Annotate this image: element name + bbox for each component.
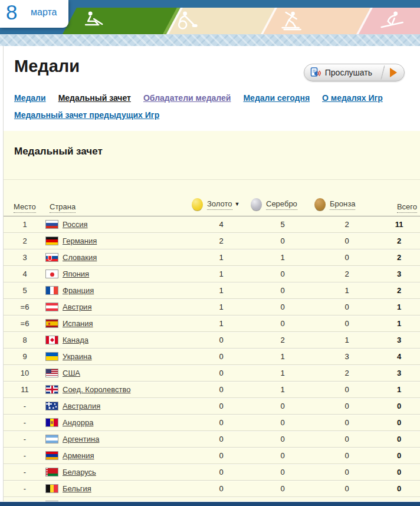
flag-cell xyxy=(41,352,58,361)
country-cell: Германия xyxy=(58,236,192,245)
gold-count: 0 xyxy=(192,435,251,443)
gold-count: 1 xyxy=(192,270,251,278)
flag-cell xyxy=(41,484,58,493)
country-flag-icon xyxy=(45,385,58,394)
gold-count: 0 xyxy=(192,336,251,344)
date-month: марта xyxy=(31,7,57,18)
country-link[interactable]: Армения xyxy=(63,451,94,460)
gold-count: 0 xyxy=(192,484,251,493)
flag-cell xyxy=(41,451,58,460)
table-row: =6Австрия1001 xyxy=(3,299,420,316)
button-divider xyxy=(375,65,385,80)
date-box: 8 марта xyxy=(0,0,68,28)
place-cell: - xyxy=(3,468,41,477)
nav-medals[interactable]: Медали xyxy=(14,93,46,103)
country-cell: Австрия xyxy=(58,303,192,311)
country-flag-icon xyxy=(45,270,58,278)
gold-count: 0 xyxy=(192,352,251,361)
country-cell: Украина xyxy=(58,352,192,361)
nav-medals-today[interactable]: Медали сегодня xyxy=(243,93,310,103)
country-flag-icon xyxy=(45,303,58,311)
total-count: 4 xyxy=(379,352,419,361)
play-icon[interactable] xyxy=(390,68,397,77)
flag-cell xyxy=(41,468,58,477)
country-link[interactable]: Австрия xyxy=(63,303,91,311)
place-cell: - xyxy=(3,418,41,427)
speaker-document-icon xyxy=(310,67,321,78)
country-link[interactable]: Беларусь xyxy=(63,468,96,477)
country-link[interactable]: Франция xyxy=(63,286,94,295)
table-row: 2Германия2002 xyxy=(3,233,420,249)
gold-medal-icon xyxy=(192,198,203,211)
place-cell: =6 xyxy=(3,319,41,328)
table-row: 9Украина0134 xyxy=(3,349,420,365)
country-link[interactable]: Бельгия xyxy=(63,484,91,493)
country-flag-icon xyxy=(45,319,58,328)
total-count: 0 xyxy=(379,468,419,477)
silver-count: 0 xyxy=(251,451,314,460)
country-link[interactable]: Украина xyxy=(63,352,92,361)
total-count: 11 xyxy=(379,220,419,229)
country-cell: Россия xyxy=(58,220,192,229)
country-flag-icon xyxy=(45,451,58,460)
biathlon-icon xyxy=(279,10,310,34)
country-link[interactable]: Канада xyxy=(63,336,88,344)
country-link[interactable]: Германия xyxy=(63,236,97,245)
place-cell: 2 xyxy=(3,236,41,245)
total-count: 3 xyxy=(379,270,419,278)
nav-about-medals[interactable]: О медалях Игр xyxy=(322,93,383,103)
nav-medal-holders[interactable]: Обладатели медалей xyxy=(143,93,231,103)
nav-previous-games-standings[interactable]: Медальный зачет предыдущих Игр xyxy=(14,110,159,120)
listen-button[interactable]: Прослушать xyxy=(304,64,405,81)
silver-count: 0 xyxy=(251,319,314,328)
table-header-row: Место Страна Золото ▼ Серебро Бронза Все… xyxy=(3,180,420,216)
bronze-medal-icon xyxy=(314,198,326,211)
silver-count: 0 xyxy=(251,270,314,278)
country-link[interactable]: Словакия xyxy=(63,253,97,262)
tab-wheelchair-curling[interactable] xyxy=(166,8,277,34)
gold-count: 1 xyxy=(192,319,251,328)
bronze-count: 0 xyxy=(314,435,379,443)
tab-sledge-hockey[interactable] xyxy=(63,8,181,34)
country-flag-icon xyxy=(45,286,58,295)
column-header-bronze: Бронза xyxy=(314,198,379,211)
bronze-count: 0 xyxy=(314,385,379,394)
tab-biathlon[interactable] xyxy=(261,8,373,34)
country-link[interactable]: Испания xyxy=(63,319,93,328)
gold-count: 4 xyxy=(192,220,251,229)
country-link[interactable]: США xyxy=(63,369,80,377)
flag-cell xyxy=(41,220,58,229)
place-cell: 8 xyxy=(3,336,41,344)
country-flag-icon xyxy=(45,468,58,477)
listen-button-label: Прослушать xyxy=(325,68,372,77)
gold-count: 1 xyxy=(192,286,251,295)
place-cell: 1 xyxy=(3,220,41,229)
country-cell: Бельгия xyxy=(58,484,192,493)
country-flag-icon xyxy=(45,352,58,361)
country-link[interactable]: Аргентина xyxy=(63,435,99,443)
place-cell: - xyxy=(3,484,41,493)
place-cell: - xyxy=(3,402,41,410)
silver-count: 0 xyxy=(251,484,314,493)
country-flag-icon xyxy=(45,336,58,344)
table-row: 8Канада0213 xyxy=(3,332,420,349)
total-count: 2 xyxy=(379,236,419,245)
country-link[interactable]: Австралия xyxy=(63,402,100,410)
silver-count: 0 xyxy=(251,236,314,245)
country-link[interactable]: Соед. Королевство xyxy=(63,385,130,394)
country-cell: Соед. Королевство xyxy=(58,385,192,394)
total-count: 3 xyxy=(379,369,419,377)
bronze-count: 2 xyxy=(314,369,379,377)
nav-medal-standings[interactable]: Медальный зачет xyxy=(58,93,131,103)
country-link[interactable]: Россия xyxy=(63,220,88,229)
country-link[interactable]: Андорра xyxy=(63,418,93,427)
table-row: -Андорра0000 xyxy=(3,415,420,431)
total-count: 2 xyxy=(379,253,419,262)
bronze-count: 0 xyxy=(314,319,379,328)
bronze-count: 0 xyxy=(314,484,379,493)
flag-cell xyxy=(41,303,58,311)
country-link[interactable]: Япония xyxy=(63,270,89,278)
table-row: -Бельгия0000 xyxy=(3,481,420,497)
table-row: 3Словакия1102 xyxy=(3,249,420,266)
total-count: 0 xyxy=(379,402,419,410)
